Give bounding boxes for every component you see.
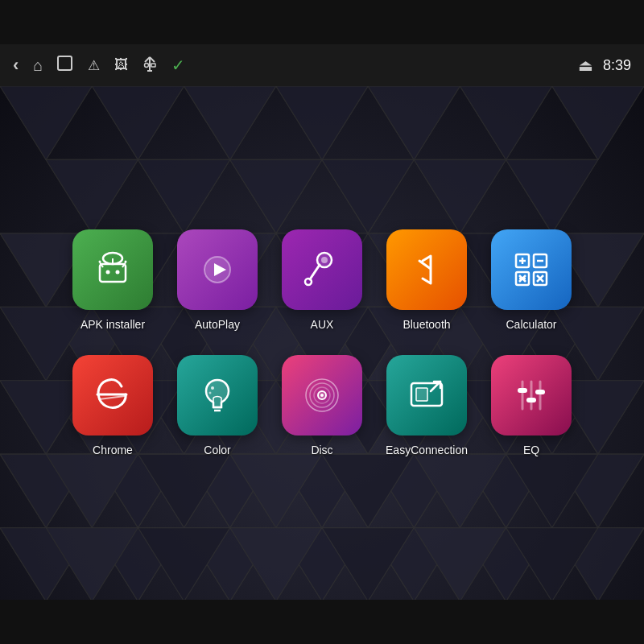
svg-rect-200 — [535, 390, 545, 394]
svg-rect-199 — [526, 398, 536, 402]
status-bar-left: ‹ ⌂ ⚠ 🖼 ✓ — [13, 55, 564, 76]
app-label-autoplay: AutoPlay — [195, 318, 240, 331]
app-label-disc: Disc — [311, 444, 332, 456]
home-icon[interactable]: ⌂ — [33, 56, 43, 75]
app-label-chrome: Chrome — [93, 444, 133, 456]
status-bar-right: ⏏ 8:39 — [578, 56, 631, 75]
recents-icon[interactable] — [57, 56, 73, 76]
app-icon-color[interactable] — [177, 355, 258, 436]
app-icon-calculator[interactable] — [491, 229, 572, 310]
app-grid: APK installer AutoPlay AUX — [64, 213, 580, 473]
app-icon-bluetooth[interactable] — [386, 229, 467, 310]
app-item-disc[interactable]: Disc — [274, 355, 370, 456]
app-icon-apk-installer[interactable] — [72, 229, 153, 310]
svg-point-4 — [145, 63, 149, 67]
svg-point-191 — [320, 394, 324, 397]
app-icon-eq[interactable] — [491, 355, 572, 436]
app-icon-chrome[interactable] — [72, 355, 153, 436]
app-icon-aux[interactable] — [282, 229, 362, 310]
check-icon: ✓ — [171, 56, 185, 75]
app-item-eq[interactable]: EQ — [483, 355, 580, 456]
app-item-chrome[interactable]: Chrome — [64, 355, 161, 456]
svg-point-185 — [211, 386, 214, 390]
app-label-calculator: Calculator — [506, 318, 556, 331]
bottom-border — [0, 600, 644, 644]
eject-icon[interactable]: ⏏ — [578, 56, 593, 75]
svg-point-164 — [125, 261, 127, 263]
app-icon-autoplay[interactable] — [177, 229, 258, 310]
svg-point-163 — [99, 261, 101, 263]
svg-rect-198 — [518, 388, 527, 393]
app-icon-disc[interactable] — [282, 355, 362, 436]
svg-line-169 — [310, 265, 320, 279]
main-content: APK installer AutoPlay AUX — [0, 86, 644, 600]
svg-rect-5 — [151, 64, 155, 67]
svg-point-159 — [106, 270, 110, 275]
app-item-color[interactable]: Color — [169, 355, 266, 456]
app-item-calculator[interactable]: Calculator — [483, 229, 580, 331]
usb-icon — [142, 56, 157, 76]
app-label-easyconnection: EasyConnection — [386, 444, 468, 456]
svg-point-170 — [305, 279, 312, 285]
app-item-easyconnection[interactable]: EasyConnection — [378, 355, 475, 456]
app-label-aux: AUX — [311, 318, 334, 331]
app-label-eq: EQ — [523, 444, 539, 456]
svg-rect-157 — [100, 264, 126, 282]
app-icon-easyconnection[interactable] — [386, 355, 467, 436]
image-icon: 🖼 — [114, 57, 128, 73]
status-time: 8:39 — [603, 57, 631, 74]
svg-rect-194 — [416, 388, 427, 401]
status-bar: ‹ ⌂ ⚠ 🖼 ✓ ⏏ 8:39 — [0, 44, 644, 86]
svg-point-160 — [116, 270, 120, 275]
top-border — [0, 0, 644, 44]
svg-rect-0 — [58, 56, 72, 70]
warning-icon: ⚠ — [88, 57, 100, 74]
app-item-bluetooth[interactable]: Bluetooth — [378, 229, 475, 331]
back-icon[interactable]: ‹ — [13, 55, 19, 76]
app-label-bluetooth: Bluetooth — [402, 318, 450, 331]
app-label-apk-installer: APK installer — [80, 318, 145, 331]
app-item-apk-installer[interactable]: APK installer — [64, 229, 161, 331]
app-item-aux[interactable]: AUX — [274, 229, 370, 331]
svg-point-168 — [321, 257, 328, 263]
svg-point-186 — [209, 392, 212, 394]
app-item-autoplay[interactable]: AutoPlay — [169, 229, 266, 331]
app-label-color: Color — [204, 444, 230, 456]
